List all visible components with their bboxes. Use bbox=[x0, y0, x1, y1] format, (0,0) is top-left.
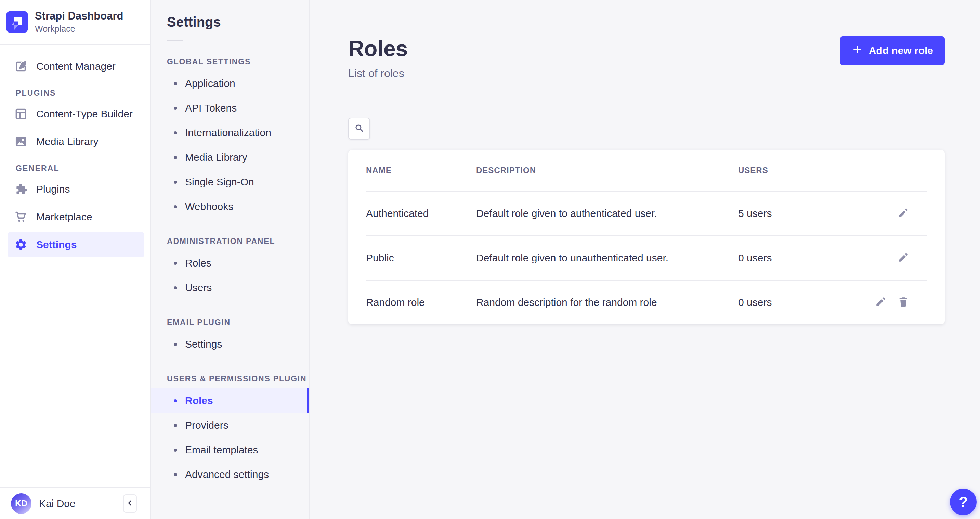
sub-nav-item-email-settings[interactable]: Settings bbox=[151, 332, 309, 357]
nav-item-label: Settings bbox=[36, 239, 76, 250]
gear-icon bbox=[14, 238, 27, 251]
sub-section-global-settings: GLOBAL SETTINGS bbox=[167, 57, 309, 66]
sub-nav-item-single-sign-on[interactable]: Single Sign-On bbox=[151, 170, 309, 194]
bullet-icon bbox=[174, 131, 177, 134]
bullet-icon bbox=[174, 156, 177, 159]
sub-nav-item-label: Roles bbox=[185, 257, 212, 269]
content-header: Roles List of roles Add new role bbox=[348, 0, 945, 80]
table-row-random-role[interactable]: Random role Random description for the r… bbox=[366, 280, 927, 324]
sub-nav-item-webhooks[interactable]: Webhooks bbox=[151, 194, 309, 219]
nav-item-plugins[interactable]: Plugins bbox=[8, 177, 144, 202]
layout-grid-icon bbox=[14, 107, 27, 120]
sub-nav-item-label: Webhooks bbox=[185, 201, 233, 212]
search-button[interactable] bbox=[348, 118, 370, 140]
row-actions bbox=[897, 207, 910, 220]
user-name: Kai Doe bbox=[39, 498, 116, 509]
help-button[interactable]: ? bbox=[950, 489, 977, 515]
collapse-sidebar-button[interactable] bbox=[123, 494, 137, 513]
sub-nav-item-label: Email templates bbox=[185, 444, 258, 456]
workspace-switcher[interactable]: Strapi Dashboard Workplace bbox=[0, 0, 150, 44]
nav-section-general: GENERAL bbox=[16, 164, 150, 173]
role-name: Authenticated bbox=[366, 208, 476, 219]
nav-item-label: Content Manager bbox=[36, 60, 116, 72]
column-header-description: DESCRIPTION bbox=[476, 166, 738, 175]
nav-item-marketplace[interactable]: Marketplace bbox=[8, 204, 144, 229]
main-navigation: Content Manager PLUGINS Content-Type Bui… bbox=[0, 45, 150, 487]
brand-text: Strapi Dashboard Workplace bbox=[35, 10, 123, 34]
workspace-subtitle: Workplace bbox=[35, 24, 123, 34]
table-header-row: NAME DESCRIPTION USERS bbox=[366, 150, 927, 191]
sub-nav-item-label: Roles bbox=[185, 395, 213, 406]
bullet-icon bbox=[174, 262, 177, 265]
table-toolbar bbox=[348, 118, 945, 140]
sub-nav-item-label: Advanced settings bbox=[185, 469, 269, 480]
edit-role-button[interactable] bbox=[897, 207, 910, 220]
sub-nav-item-providers[interactable]: Providers bbox=[151, 413, 309, 438]
search-icon bbox=[354, 123, 364, 134]
sub-nav-item-application[interactable]: Application bbox=[151, 71, 309, 96]
table-row-public[interactable]: Public Default role given to unauthentic… bbox=[366, 236, 927, 280]
pencil-icon bbox=[897, 207, 909, 220]
add-new-role-button[interactable]: Add new role bbox=[840, 36, 945, 65]
sub-section-users-permissions-plugin: USERS & PERMISSIONS PLUGIN bbox=[167, 374, 309, 384]
nav-item-settings[interactable]: Settings bbox=[8, 232, 144, 257]
bullet-icon bbox=[174, 205, 177, 209]
role-description: Default role given to authenticated user… bbox=[476, 208, 738, 219]
puzzle-icon bbox=[14, 183, 27, 196]
trash-icon bbox=[897, 296, 909, 309]
chevron-left-icon bbox=[126, 498, 134, 508]
table-row-authenticated[interactable]: Authenticated Default role given to auth… bbox=[366, 191, 927, 236]
workspace-title: Strapi Dashboard bbox=[35, 10, 123, 22]
sub-nav-item-internationalization[interactable]: Internationalization bbox=[151, 120, 309, 145]
pencil-icon bbox=[897, 252, 909, 264]
plus-icon bbox=[852, 44, 863, 57]
sub-nav-item-label: Providers bbox=[185, 419, 229, 431]
column-header-users: USERS bbox=[738, 166, 927, 175]
strapi-logo-icon bbox=[6, 11, 28, 33]
delete-role-button[interactable] bbox=[897, 296, 910, 309]
picture-icon bbox=[14, 135, 27, 148]
settings-sub-sidebar: Settings GLOBAL SETTINGS Application API… bbox=[151, 0, 310, 519]
nav-item-media-library[interactable]: Media Library bbox=[8, 129, 144, 154]
nav-item-label: Media Library bbox=[36, 136, 99, 148]
roles-table: NAME DESCRIPTION USERS Authenticated Def… bbox=[348, 150, 945, 324]
sub-nav-item-admin-roles[interactable]: Roles bbox=[151, 251, 309, 275]
nav-item-label: Content-Type Builder bbox=[36, 108, 133, 120]
sub-nav-item-admin-users[interactable]: Users bbox=[151, 275, 309, 300]
sub-nav-item-email-templates[interactable]: Email templates bbox=[151, 438, 309, 462]
role-users-count: 0 users bbox=[738, 252, 897, 264]
bullet-icon bbox=[174, 181, 177, 184]
sub-nav-item-label: Users bbox=[185, 282, 212, 293]
nav-item-content-type-builder[interactable]: Content-Type Builder bbox=[8, 101, 144, 127]
edit-role-button[interactable] bbox=[874, 296, 887, 309]
edit-role-button[interactable] bbox=[897, 252, 910, 264]
sub-nav-item-up-roles[interactable]: Roles bbox=[151, 388, 309, 413]
shopping-cart-icon bbox=[14, 210, 27, 223]
bullet-icon bbox=[174, 287, 177, 290]
bullet-icon bbox=[174, 449, 177, 452]
row-actions bbox=[874, 296, 910, 309]
sub-nav-item-label: Application bbox=[185, 78, 235, 89]
sub-nav-item-media-library[interactable]: Media Library bbox=[151, 145, 309, 170]
user-avatar[interactable]: KD bbox=[11, 494, 32, 514]
sub-nav-item-label: Settings bbox=[185, 338, 222, 350]
sub-nav-item-label: Single Sign-On bbox=[185, 176, 254, 188]
sub-nav-item-advanced-settings[interactable]: Advanced settings bbox=[151, 462, 309, 487]
page-heading: Roles List of roles bbox=[348, 36, 408, 80]
sub-nav-item-label: Media Library bbox=[185, 151, 247, 163]
page-title: Roles bbox=[348, 36, 408, 62]
role-name: Random role bbox=[366, 297, 476, 308]
bullet-icon bbox=[174, 399, 177, 402]
role-users-count: 0 users bbox=[738, 297, 874, 308]
nav-item-content-manager[interactable]: Content Manager bbox=[8, 54, 144, 79]
sub-nav-title: Settings bbox=[167, 14, 309, 30]
bullet-icon bbox=[174, 424, 177, 427]
nav-item-label: Marketplace bbox=[36, 211, 92, 223]
sub-nav-item-api-tokens[interactable]: API Tokens bbox=[151, 96, 309, 120]
add-new-role-label: Add new role bbox=[869, 45, 933, 56]
pencil-icon bbox=[875, 296, 887, 309]
column-header-name: NAME bbox=[366, 166, 476, 175]
role-name: Public bbox=[366, 252, 476, 264]
divider bbox=[167, 40, 183, 41]
main-sidebar: Strapi Dashboard Workplace Content Manag… bbox=[0, 0, 151, 519]
